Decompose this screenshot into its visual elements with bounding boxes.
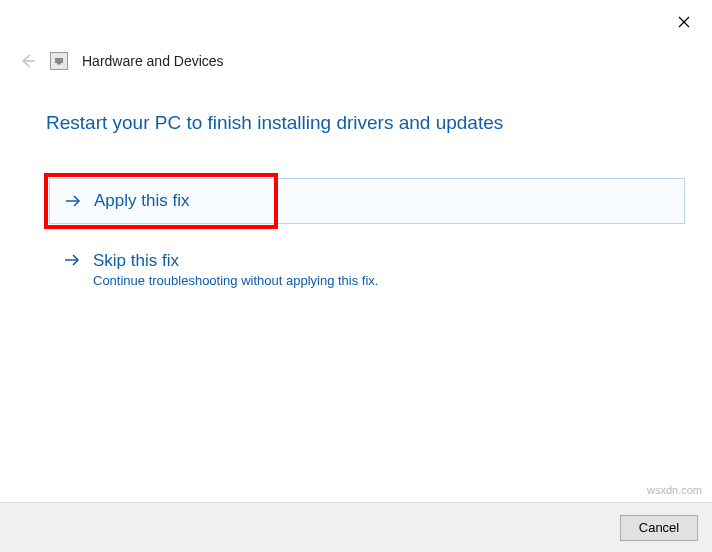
cancel-button[interactable]: Cancel [620,515,698,541]
back-arrow-icon [18,52,36,70]
svg-rect-4 [57,63,61,65]
skip-fix-subtitle: Continue troubleshooting without applyin… [93,273,378,288]
dialog-title: Hardware and Devices [82,53,224,69]
dialog-footer: Cancel [0,502,712,552]
apply-fix-option[interactable]: Apply this fix [49,178,685,224]
arrow-right-icon [64,192,82,210]
watermark-text: wsxdn.com [647,484,702,496]
dialog-header: Hardware and Devices [18,52,224,70]
skip-fix-option[interactable]: Skip this fix Continue troubleshooting w… [63,251,378,288]
apply-fix-label: Apply this fix [94,191,189,211]
troubleshooter-icon [50,52,68,70]
close-button[interactable] [674,12,694,32]
close-icon [678,16,690,28]
arrow-right-icon [63,251,81,269]
cancel-label: Cancel [639,520,679,535]
svg-rect-3 [55,58,63,63]
main-heading: Restart your PC to finish installing dri… [46,112,503,134]
skip-fix-label: Skip this fix [93,251,378,271]
